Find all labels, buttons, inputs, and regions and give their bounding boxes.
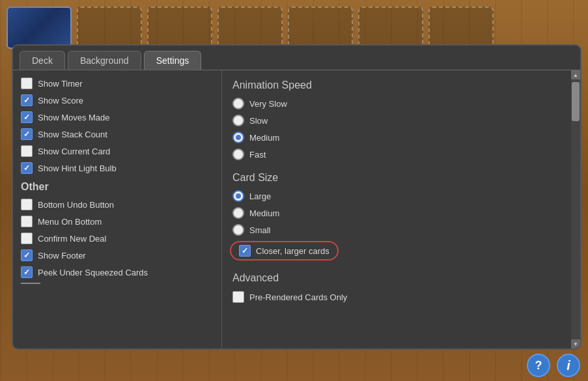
- info-button[interactable]: i: [557, 354, 580, 377]
- card-size-medium-label: Medium: [249, 208, 279, 218]
- left-panel: Show Timer Show Score Show Moves Made Sh…: [13, 70, 221, 348]
- show-stack-item: Show Stack Count: [21, 128, 214, 141]
- bottom-undo-label: Bottom Undo Button: [38, 200, 114, 210]
- modal-content: Show Timer Show Score Show Moves Made Sh…: [13, 70, 580, 348]
- card-size-large: Large: [232, 190, 561, 202]
- help-button[interactable]: ?: [527, 354, 550, 377]
- animation-medium-radio[interactable]: [232, 132, 244, 143]
- bottom-bar: ? i: [0, 350, 588, 381]
- animation-medium: Medium: [232, 132, 561, 143]
- animation-speed-heading: Animation Speed: [232, 79, 561, 91]
- show-footer-item: Show Footer: [21, 249, 214, 262]
- scrollbar-track: ▲ ▼: [571, 70, 580, 348]
- pre-rendered-checkbox[interactable]: [232, 291, 244, 303]
- animation-very-slow: Very Slow: [232, 98, 561, 109]
- show-current-card-label: Show Current Card: [38, 147, 110, 156]
- pre-rendered-label: Pre-Rendered Cards Only: [249, 292, 347, 302]
- card-size-medium: Medium: [232, 207, 561, 219]
- advanced-heading: Advanced: [232, 272, 561, 284]
- peek-under-label: Peek Under Squeezed Cards: [38, 268, 148, 277]
- animation-medium-label: Medium: [249, 133, 279, 143]
- show-current-card-checkbox[interactable]: [21, 145, 33, 157]
- bottom-undo-checkbox[interactable]: [21, 199, 33, 210]
- scroll-up-arrow[interactable]: ▲: [571, 70, 580, 79]
- show-timer-label: Show Timer: [38, 79, 83, 89]
- scroll-down-arrow[interactable]: ▼: [571, 339, 580, 348]
- show-score-checkbox[interactable]: [21, 94, 33, 106]
- card-size-medium-radio[interactable]: [232, 207, 244, 219]
- bottom-undo-item: Bottom Undo Button: [21, 198, 214, 211]
- show-score-item: Show Score: [21, 94, 214, 107]
- settings-modal: Deck Background Settings Show Timer Show…: [12, 44, 581, 350]
- card-size-small: Small: [232, 224, 561, 236]
- animation-fast: Fast: [232, 148, 561, 160]
- menu-on-bottom-label: Menu On Bottom: [38, 217, 102, 227]
- card-placeholder-1: [77, 7, 142, 49]
- card-placeholder-4: [288, 7, 353, 49]
- animation-very-slow-label: Very Slow: [249, 99, 287, 109]
- left-panel-divider: [21, 283, 40, 284]
- peek-under-checkbox[interactable]: [21, 266, 33, 278]
- animation-speed-group: Very Slow Slow Medium Fast: [232, 98, 561, 160]
- card-size-small-label: Small: [249, 225, 271, 235]
- show-current-card-item: Show Current Card: [21, 145, 214, 158]
- tab-settings[interactable]: Settings: [144, 51, 202, 70]
- show-hint-label: Show Hint Light Bulb: [38, 163, 117, 173]
- show-footer-label: Show Footer: [38, 251, 86, 261]
- show-score-label: Show Score: [38, 96, 83, 106]
- card-size-large-label: Large: [249, 191, 271, 201]
- tab-bar: Deck Background Settings: [13, 46, 580, 70]
- closer-larger-cards-option[interactable]: Closer, larger cards: [230, 241, 339, 261]
- card-size-heading: Card Size: [232, 172, 561, 184]
- animation-slow: Slow: [232, 115, 561, 126]
- pre-rendered-item: Pre-Rendered Cards Only: [232, 290, 561, 303]
- menu-on-bottom-item: Menu On Bottom: [21, 215, 214, 228]
- right-panel: Animation Speed Very Slow Slow Medium Fa…: [221, 70, 571, 348]
- card-size-group: Large Medium Small Closer, larger cards: [232, 190, 561, 261]
- animation-very-slow-radio[interactable]: [232, 98, 244, 109]
- menu-on-bottom-checkbox[interactable]: [21, 216, 33, 227]
- show-timer-item: Show Timer: [21, 77, 214, 90]
- show-moves-item: Show Moves Made: [21, 111, 214, 124]
- card-placeholder-3: [217, 7, 283, 49]
- card-placeholder-6: [428, 7, 494, 49]
- card-size-small-radio[interactable]: [232, 224, 244, 236]
- card-size-large-radio[interactable]: [232, 190, 244, 202]
- card-placeholder-2: [147, 7, 212, 49]
- confirm-new-deal-item: Confirm New Deal: [21, 232, 214, 245]
- show-moves-checkbox[interactable]: [21, 111, 33, 123]
- show-timer-checkbox[interactable]: [21, 78, 33, 89]
- show-stack-label: Show Stack Count: [38, 130, 107, 139]
- show-footer-checkbox[interactable]: [21, 249, 33, 261]
- closer-larger-cards-label: Closer, larger cards: [256, 246, 329, 256]
- animation-fast-radio[interactable]: [232, 148, 244, 160]
- tab-deck[interactable]: Deck: [20, 51, 65, 70]
- show-moves-label: Show Moves Made: [38, 113, 110, 122]
- show-hint-item: Show Hint Light Bulb: [21, 162, 214, 175]
- animation-slow-label: Slow: [249, 116, 268, 126]
- closer-larger-cards-checkbox[interactable]: [239, 245, 251, 257]
- scroll-thumb[interactable]: [572, 82, 580, 121]
- confirm-new-deal-label: Confirm New Deal: [38, 234, 106, 244]
- top-card-area: [0, 7, 588, 49]
- show-stack-checkbox[interactable]: [21, 128, 33, 140]
- tab-background[interactable]: Background: [68, 51, 141, 70]
- animation-slow-radio[interactable]: [232, 115, 244, 126]
- animation-fast-label: Fast: [249, 150, 266, 160]
- confirm-new-deal-checkbox[interactable]: [21, 233, 33, 244]
- show-hint-checkbox[interactable]: [21, 162, 33, 174]
- card-placeholder-5: [358, 7, 423, 49]
- peek-under-item: Peek Under Squeezed Cards: [21, 266, 214, 279]
- other-section-title: Other: [21, 181, 214, 193]
- card-placeholder-deck: [7, 7, 72, 49]
